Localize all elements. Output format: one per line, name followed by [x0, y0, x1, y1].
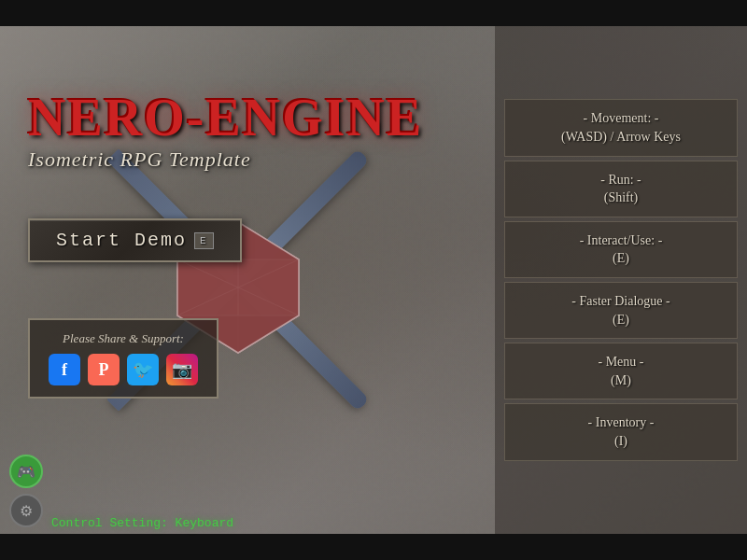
control-interact-line2: (E)	[518, 249, 724, 268]
start-btn-label: Start Demo	[56, 230, 187, 251]
app-container: NERO-ENGINE Isometric RPG Template Start…	[0, 0, 747, 560]
social-icons: f P 🐦 📷	[49, 354, 198, 385]
control-run-line2: (Shift)	[518, 189, 724, 207]
control-inventory-line2: (I)	[518, 432, 724, 451]
control-movement-line2: (WASD) / Arrow Keys	[518, 128, 724, 147]
controller-icon[interactable]: 🎮	[9, 455, 43, 488]
control-dialogue-line2: (E)	[518, 311, 724, 329]
control-menu-line2: (M)	[518, 371, 724, 390]
control-movement-line1: - Movement: -	[518, 109, 724, 128]
control-menu-line1: - Menu -	[518, 353, 724, 371]
control-movement: - Movement: - (WASD) / Arrow Keys	[504, 99, 738, 156]
patreon-icon[interactable]: P	[88, 354, 120, 385]
bottom-cinema-bar	[0, 534, 747, 560]
start-demo-button[interactable]: Start Demo E	[28, 218, 242, 262]
left-panel: NERO-ENGINE Isometric RPG Template Start…	[0, 26, 476, 534]
start-btn-key: E	[194, 232, 214, 249]
social-label: Please Share & Support:	[49, 331, 198, 346]
control-interact-line1: - Interact/Use: -	[518, 231, 724, 250]
instagram-icon[interactable]: 📷	[166, 354, 198, 385]
top-cinema-bar	[0, 0, 747, 26]
control-run: - Run: - (Shift)	[504, 161, 738, 217]
main-title: NERO-ENGINE	[28, 91, 423, 144]
facebook-icon[interactable]: f	[49, 354, 80, 385]
control-menu: - Menu - (M)	[504, 343, 738, 399]
control-run-line1: - Run: -	[518, 171, 724, 189]
control-inventory: - Inventory - (I)	[504, 403, 738, 460]
right-panel: - Movement: - (WASD) / Arrow Keys - Run:…	[495, 26, 747, 534]
title-area: NERO-ENGINE Isometric RPG Template	[28, 91, 423, 172]
twitter-icon[interactable]: 🐦	[127, 354, 159, 385]
control-dialogue-line1: - Faster Dialogue -	[518, 292, 724, 311]
control-interact: - Interact/Use: - (E)	[504, 221, 738, 278]
social-box: Please Share & Support: f P 🐦 📷	[28, 318, 218, 399]
control-setting-label: Control Setting: Keyboard	[51, 516, 233, 530]
control-dialogue: - Faster Dialogue - (E)	[504, 282, 738, 339]
subtitle: Isometric RPG Template	[28, 147, 423, 172]
bottom-left-icons: 🎮 ⚙	[9, 455, 43, 527]
settings-icon[interactable]: ⚙	[9, 494, 43, 527]
control-inventory-line1: - Inventory -	[518, 413, 724, 432]
